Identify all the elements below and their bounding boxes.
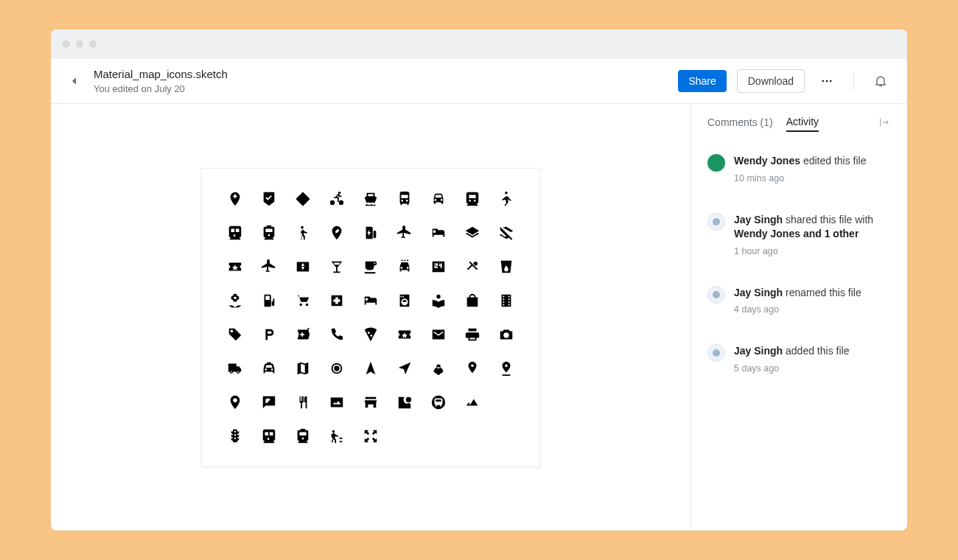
- more-options-button[interactable]: [815, 69, 839, 93]
- local-hospital-icon: [329, 293, 345, 309]
- activity-item: Jay Singh added this file5 days ago: [707, 344, 891, 374]
- activity-text: Jay Singh renamed this file: [734, 286, 861, 301]
- local-car-wash-icon: [396, 259, 413, 275]
- directions-run-icon: [498, 191, 514, 207]
- local-movies-icon: [498, 293, 514, 309]
- local-pizza-icon: [363, 326, 379, 343]
- place-icon: [227, 394, 243, 410]
- expand-sidebar-button[interactable]: [878, 116, 891, 132]
- activity-text: Wendy Jones edited this file: [734, 154, 867, 169]
- activity-item: Wendy Jones edited this file10 mins ago: [707, 154, 891, 183]
- local-post-office-icon: [430, 326, 447, 343]
- local-pharmacy-icon: [295, 326, 311, 343]
- directions-bus-icon: [396, 191, 413, 207]
- avatar: [707, 344, 725, 362]
- svg-point-1: [826, 80, 828, 82]
- directions-train-icon: [227, 225, 243, 241]
- subway-circle-icon: [430, 394, 447, 410]
- layers-icon: [464, 225, 480, 241]
- local-atm-icon: [295, 259, 311, 275]
- sidebar: Comments (1) Activity Wendy Jones edited…: [690, 104, 907, 531]
- activity-item: Jay Singh renamed this file4 days ago: [707, 286, 891, 315]
- map-icon: [295, 360, 311, 377]
- activity-time: 5 days ago: [734, 363, 849, 374]
- empty-cell: [464, 428, 480, 444]
- restaurant-menu-icon: [295, 394, 311, 410]
- sidebar-tabs: Comments (1) Activity: [707, 116, 891, 132]
- layers-clear-icon: [498, 225, 514, 241]
- train-icon: [261, 428, 277, 444]
- avatar: [707, 213, 725, 231]
- svg-point-2: [830, 80, 831, 82]
- zoom-out-map-icon: [363, 428, 379, 444]
- terrain-icon: [464, 394, 480, 410]
- local-cafe-icon: [363, 259, 379, 275]
- window-dot: [63, 41, 70, 48]
- artboard: [201, 168, 540, 467]
- activity-list: Wendy Jones edited this file10 mins agoJ…: [707, 154, 891, 374]
- local-bar-icon: [329, 259, 345, 275]
- empty-cell: [498, 394, 514, 410]
- ev-station-icon: [363, 225, 379, 241]
- icon-sheet: [227, 191, 514, 444]
- store-mall-directory-icon: [363, 394, 379, 410]
- local-gas-station-icon: [261, 293, 277, 309]
- file-info: Material_map_icons.sketch You edited on …: [94, 68, 668, 94]
- activity-time: 1 hour ago: [734, 246, 891, 256]
- tab-comments[interactable]: Comments (1): [707, 116, 773, 131]
- local-florist-icon: [227, 293, 243, 309]
- back-button[interactable]: [66, 72, 83, 90]
- local-play-icon: [396, 326, 413, 343]
- add-location-icon: [227, 191, 243, 207]
- rate-review-icon: [261, 394, 277, 410]
- navigation-icon: [363, 360, 379, 377]
- tram2-icon: [295, 428, 311, 444]
- last-edited-line: You edited on July 20: [94, 83, 668, 94]
- file-name: Material_map_icons.sketch: [94, 68, 668, 80]
- share-button[interactable]: Share: [678, 70, 726, 92]
- local-drink-icon: [498, 259, 514, 275]
- local-grocery-store-icon: [295, 293, 311, 309]
- empty-cell: [498, 428, 514, 444]
- hotel-icon: [430, 225, 447, 241]
- local-activity-icon: [227, 259, 243, 275]
- activity-item: Jay Singh shared this file with Wendy Jo…: [707, 213, 891, 256]
- flight-icon: [396, 225, 413, 241]
- window-dot: [76, 41, 83, 48]
- svg-point-0: [822, 80, 824, 82]
- traffic-icon: [227, 428, 243, 444]
- local-phone-icon: [329, 326, 345, 343]
- notifications-button[interactable]: [869, 69, 892, 93]
- person-pin-icon: [430, 360, 447, 377]
- local-library-icon: [430, 293, 447, 309]
- local-mall-icon: [464, 293, 480, 309]
- streetview-icon: [396, 394, 413, 410]
- beenhere-icon: [261, 191, 277, 207]
- activity-time: 10 mins ago: [734, 173, 867, 183]
- pin-drop-icon: [498, 360, 514, 377]
- directions-ferry-icon: [363, 191, 379, 207]
- local-offer-icon: [227, 326, 243, 343]
- local-shipping-icon: [227, 360, 243, 377]
- local-laundry-service-icon: [396, 293, 413, 309]
- file-header: Material_map_icons.sketch You edited on …: [51, 59, 907, 104]
- activity-text: Jay Singh shared this file with Wendy Jo…: [734, 213, 891, 242]
- edit-location-icon: [329, 225, 345, 241]
- local-airport-icon: [261, 259, 277, 275]
- near-me-icon: [396, 360, 413, 377]
- empty-cell: [430, 428, 447, 444]
- transfer-within-a-station-icon: [329, 428, 345, 444]
- local-taxi-icon: [261, 360, 277, 377]
- empty-cell: [396, 428, 413, 444]
- download-button[interactable]: Download: [737, 69, 805, 93]
- satellite-icon: [329, 394, 345, 410]
- local-convenience-store-icon: [430, 259, 447, 275]
- activity-text: Jay Singh added this file: [734, 344, 849, 359]
- pin-location-icon: [464, 360, 480, 377]
- avatar: [707, 154, 725, 172]
- preview-canvas[interactable]: [51, 104, 690, 531]
- window-titlebar: [51, 29, 907, 59]
- avatar: [707, 286, 725, 304]
- tram-icon: [261, 225, 277, 241]
- tab-activity[interactable]: Activity: [786, 116, 819, 132]
